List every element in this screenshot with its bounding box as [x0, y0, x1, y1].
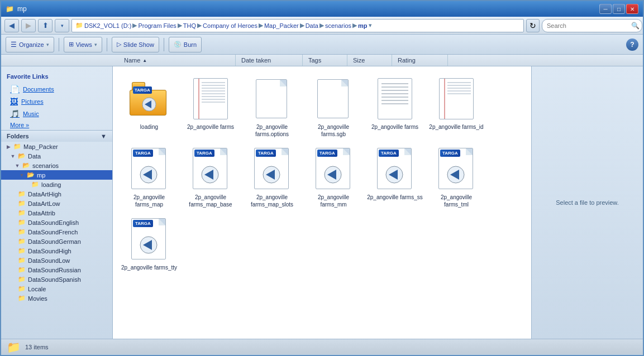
file-item-farms-mm[interactable]: TARGA 2p_angoville farms_mm: [303, 142, 364, 213]
burn-icon: 💿: [174, 41, 182, 48]
folder-icon: 📁: [13, 143, 21, 150]
folder-icon: 📁: [18, 285, 26, 292]
close-button[interactable]: ✕: [626, 4, 638, 14]
pictures-label: Pictures: [21, 98, 44, 105]
col-size[interactable]: Size: [347, 55, 392, 66]
file-item-loading[interactable]: TARGA loading: [118, 72, 180, 142]
folder-icon: 📂: [18, 152, 26, 160]
documents-icon: 📄: [10, 85, 20, 94]
col-date[interactable]: Date taken: [236, 55, 303, 66]
maximize-button[interactable]: □: [613, 4, 625, 14]
organize-icon: ☰: [11, 41, 17, 49]
favorite-links-title: Favorite Links: [1, 71, 112, 83]
folder-icon: 📁: [18, 266, 26, 273]
path-part-mp: mp: [358, 22, 368, 29]
tree-item-datasoundrussian[interactable]: 📁 DataSoundRussian: [1, 265, 112, 275]
folder-tree: ▶ 📁 Map_Packer ▼ 📂 Data ▼ 📂 scenarios ▼ …: [1, 142, 112, 303]
col-name[interactable]: Name ▲: [118, 55, 236, 66]
tree-item-data[interactable]: ▼ 📂 Data: [1, 151, 112, 161]
search-icon: 🔍: [631, 22, 640, 30]
path-part: 📁 DSK2_VOL1 (D:): [75, 22, 131, 29]
burn-button[interactable]: 💿 Burn: [169, 37, 202, 52]
refresh-button[interactable]: ↻: [526, 19, 540, 32]
farms-map-base-icon: TARGA: [188, 147, 233, 191]
pictures-icon: 🖼: [10, 97, 18, 106]
tree-item-loading[interactable]: 📁 loading: [1, 180, 112, 189]
window-icon: 📁: [6, 5, 14, 13]
col-rating[interactable]: Rating: [392, 55, 448, 66]
toolbar-separator-3: [164, 38, 164, 51]
path-part-data: Data: [306, 22, 318, 29]
documents-label: Documents: [23, 86, 54, 93]
file-item-farms-map[interactable]: TARGA 2p_angoville farms_map: [118, 142, 180, 213]
music-label: Music: [23, 110, 39, 117]
folder-icon: 📁: [18, 228, 26, 235]
sidebar-link-music[interactable]: 🎵 Music: [1, 108, 112, 120]
organize-button[interactable]: ☰ Organize ▾: [6, 37, 54, 52]
tree-item-datasoundspanish[interactable]: 📁 DataSoundSpanish: [1, 275, 112, 284]
slideshow-button[interactable]: ▷ Slide Show: [112, 37, 159, 52]
tree-item-movies[interactable]: 📁 Movies: [1, 294, 112, 303]
toolbar-separator-2: [107, 38, 107, 51]
back-button[interactable]: ◀: [4, 19, 19, 32]
window-title: mp: [17, 5, 27, 13]
file-item-angoville-farms[interactable]: 2p_angoville farms: [180, 72, 241, 142]
tree-item-locale[interactable]: 📁 Locale: [1, 284, 112, 294]
tree-item-datasoundenglish[interactable]: 📁 DataSoundEnglish: [1, 218, 112, 227]
file-item-farms-ss[interactable]: TARGA 2p_angoville farms_ss: [364, 142, 426, 213]
path-part-mappacker: Map_Packer: [264, 22, 299, 29]
angoville-farms-label: 2p_angoville farms: [187, 123, 234, 131]
title-bar: 📁 mp ─ □ ✕: [1, 1, 643, 17]
toolbar-separator: [59, 38, 59, 51]
farms-tty-label: 2p_angoville farms_tty: [121, 264, 177, 271]
sidebar-link-pictures[interactable]: 🖼 Pictures: [1, 95, 112, 108]
sidebar-more[interactable]: More »: [1, 120, 112, 130]
tree-item-datasoundhigh[interactable]: 📁 DataSoundHigh: [1, 246, 112, 256]
angoville-sgb-icon: [311, 76, 356, 121]
file-grid: TARGA loading: [113, 66, 531, 339]
folder-icon: 📁: [18, 219, 26, 226]
path-part-scenarios: scenarios: [325, 22, 351, 29]
file-item-angoville-farms2[interactable]: 2p_angoville farms: [364, 72, 426, 142]
file-item-farms-tty[interactable]: TARGA 2p_angoville farms_tty: [118, 213, 180, 276]
folder-icon: 📁: [18, 257, 26, 264]
angoville-options-label: 2p_angoville farms.options: [244, 123, 300, 138]
angoville-sgb-label: 2p_angoville farms.sgb: [305, 123, 362, 138]
preview-panel: Select a file to preview.: [531, 66, 643, 339]
tree-item-datasoundgerman[interactable]: 📁 DataSoundGerman: [1, 237, 112, 246]
tree-item-datasoundlow[interactable]: 📁 DataSoundLow: [1, 256, 112, 265]
file-item-angoville-id[interactable]: 2p_angoville farms_id: [426, 72, 487, 142]
tree-item-dataattrib[interactable]: 📁 DataAttrib: [1, 208, 112, 218]
file-item-angoville-sgb[interactable]: 2p_angoville farms.sgb: [303, 72, 364, 142]
views-button[interactable]: ⊞ Views ▾: [64, 37, 102, 52]
forward-button[interactable]: ▶: [21, 19, 36, 32]
loading-label: loading: [140, 123, 158, 131]
folder-icon: 📁: [18, 190, 26, 198]
tree-item-mp[interactable]: ▼ 📂 mp: [1, 170, 112, 180]
help-button[interactable]: ?: [626, 39, 638, 51]
tree-item-dataartl[interactable]: 📁 DataArtLow: [1, 199, 112, 208]
col-tags[interactable]: Tags: [303, 55, 347, 66]
folder-icon: 📂: [22, 162, 30, 169]
slideshow-icon: ▷: [117, 41, 121, 48]
up-button[interactable]: ⬆: [38, 19, 53, 32]
file-item-farms-tml[interactable]: TARGA 2p_angoville farms_tml: [426, 142, 487, 213]
farms-tty-icon: TARGA: [127, 217, 171, 262]
tree-item-scenarios[interactable]: ▼ 📂 scenarios: [1, 161, 112, 170]
column-headers: Name ▲ Date taken Tags Size Rating: [1, 55, 643, 66]
tree-item-dataarth[interactable]: 📁 DataArtHigh: [1, 189, 112, 199]
folder-icon: 📂: [27, 171, 35, 179]
search-input[interactable]: [542, 19, 642, 32]
minimize-button[interactable]: ─: [599, 4, 612, 14]
folders-toggle-icon: ▼: [101, 133, 107, 139]
file-item-farms-map-slots[interactable]: TARGA 2p_angoville farms_map_slots: [241, 142, 303, 213]
folder-icon: 📁: [18, 276, 26, 283]
tree-item-datasoundfrench[interactable]: 📁 DataSoundFrench: [1, 227, 112, 237]
dropdown-button[interactable]: ▾: [55, 19, 69, 32]
folders-header[interactable]: Folders ▼: [1, 130, 112, 142]
tree-item-mappacker[interactable]: ▶ 📁 Map_Packer: [1, 142, 112, 151]
file-item-angoville-options[interactable]: 2p_angoville farms.options: [241, 72, 303, 142]
file-item-farms-map-base[interactable]: TARGA 2p_angoville farms_map_base: [180, 142, 241, 213]
address-path[interactable]: 📁 DSK2_VOL1 (D:) ▶ Program Files ▶ THQ ▶…: [71, 19, 524, 32]
sidebar-link-documents[interactable]: 📄 Documents: [1, 83, 112, 95]
